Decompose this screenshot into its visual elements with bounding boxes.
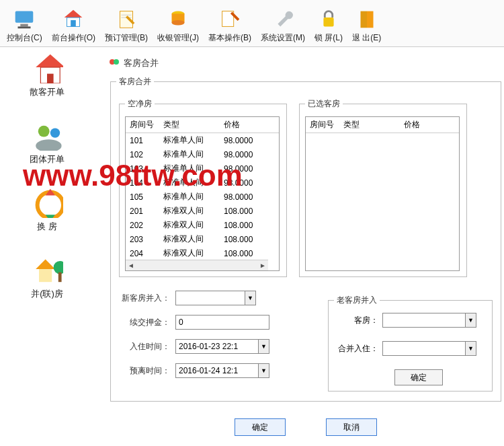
svg-rect-17 [367, 11, 374, 28]
old-room-merge-legend: 老客房并入 [334, 295, 380, 306]
col-type[interactable]: 类型 [159, 117, 220, 133]
table-row[interactable]: 101标准单人间98.0000 [126, 133, 279, 147]
toolbar-item-1[interactable]: 前台操作(O) [48, 1, 99, 45]
svg-point-23 [36, 139, 61, 151]
toolbar-item-0[interactable]: 控制台(C) [3, 1, 46, 45]
svg-rect-1 [21, 24, 28, 27]
sidebar-label: 并(联)房 [31, 288, 63, 300]
scroll-right-icon[interactable]: ► [257, 260, 268, 271]
svg-point-12 [172, 20, 185, 26]
selected-room-list[interactable]: 房间号 类型 价格 [305, 116, 460, 271]
table-row[interactable]: 104标准单人间98.0000 [126, 176, 279, 190]
vacant-room-list[interactable]: 房间号 类型 价格 101标准单人间98.0000102标准单人间98.0000… [125, 116, 280, 271]
col-price-sel[interactable]: 价格 [400, 117, 459, 133]
svg-marker-3 [65, 10, 83, 17]
svg-rect-30 [58, 272, 62, 282]
monitor-icon [11, 5, 38, 32]
svg-point-29 [54, 261, 63, 274]
house-red-icon [31, 51, 63, 83]
table-row[interactable]: 102标准单人间98.0000 [126, 147, 279, 161]
scroll-left-icon[interactable]: ◄ [126, 260, 136, 271]
panel-title-bar: 客房合并 [108, 54, 504, 72]
table-row[interactable]: 202标准双人间108.000 [126, 218, 279, 232]
toolbar-label: 退 出(E) [352, 32, 381, 44]
col-room-no-sel[interactable]: 房间号 [306, 117, 339, 133]
svg-point-22 [50, 128, 60, 137]
merge-room-label: 客房： [334, 315, 378, 326]
notepad-icon [113, 5, 140, 32]
merge-fieldset: 客房合并 空净房 房间号 类型 价格 101标准单人间98.0000102标准单… [110, 76, 501, 402]
vacant-fieldset: 空净房 房间号 类型 价格 101标准单人间98.0000102标准单人间98.… [119, 98, 287, 277]
merge-room-combo[interactable]: ▼ [382, 313, 476, 328]
cycle-icon [31, 186, 63, 218]
sidebar-item-3[interactable]: 并(联)房 [0, 253, 94, 300]
panel-title: 客房合并 [124, 57, 159, 69]
toolbar-item-2[interactable]: 预订管理(B) [101, 1, 152, 45]
sidebar-label: 换 房 [37, 221, 57, 233]
sidebar-label: 散客开单 [30, 86, 65, 98]
merge-checkin-label: 合并入住： [334, 343, 378, 355]
checkin-label: 入住时间： [116, 341, 170, 352]
merge-checkin-combo[interactable]: ▼ [382, 341, 476, 356]
sidebar-label: 团体开单 [30, 153, 65, 165]
new-room-merge-combo[interactable]: ▼ [175, 291, 256, 305]
table-row[interactable]: 105标准单人间98.0000 [126, 190, 279, 204]
table-row[interactable]: 203标准双人间108.000 [126, 232, 279, 246]
toolbar-item-7[interactable]: 退 出(E) [348, 1, 385, 45]
sidebar: 散客开单团体开单换 房并(联)房 [0, 47, 94, 446]
col-room-no[interactable]: 房间号 [126, 117, 159, 133]
chevron-down-icon[interactable]: ▼ [258, 364, 269, 377]
svg-point-32 [114, 59, 119, 65]
checkout-datetime[interactable]: 2016-01-24 12:1 ▼ [175, 363, 269, 378]
chevron-down-icon[interactable]: ▼ [465, 342, 476, 355]
svg-rect-15 [323, 17, 333, 26]
ok-button[interactable]: 确定 [235, 418, 286, 436]
svg-rect-16 [360, 11, 367, 28]
toolbar-item-6[interactable]: 锁 屏(L) [310, 1, 347, 45]
table-row[interactable]: 103标准单人间98.0000 [126, 161, 279, 176]
toolbar-label: 基本操作(B) [208, 32, 251, 44]
sidebar-item-1[interactable]: 团体开单 [0, 118, 94, 165]
form-left: 新客房并入： ▼ 续交押金： 入住时间： 2016-01-23 22:1 ▼ [116, 291, 312, 396]
selected-legend: 已选客房 [305, 98, 343, 110]
col-type-sel[interactable]: 类型 [339, 117, 400, 133]
toolbar-item-3[interactable]: 收银管理(J) [153, 1, 203, 45]
toolbar-label: 系统设置(M) [261, 32, 305, 44]
cancel-button[interactable]: 取消 [326, 418, 377, 436]
table-row[interactable]: 201标准双人间108.000 [126, 204, 279, 218]
table-row[interactable]: 204标准双人间108.000 [126, 246, 279, 260]
merge-icon [109, 57, 120, 69]
house-blue-icon [60, 5, 87, 32]
vacant-legend: 空净房 [125, 98, 155, 110]
svg-rect-28 [39, 269, 52, 282]
people-icon [31, 118, 63, 151]
checkin-datetime[interactable]: 2016-01-23 22:1 ▼ [175, 339, 269, 354]
chevron-down-icon[interactable]: ▼ [258, 340, 269, 353]
col-price[interactable]: 价格 [220, 117, 279, 133]
svg-marker-18 [36, 54, 63, 67]
merge-ok-button[interactable]: 确定 [394, 369, 443, 385]
sidebar-item-2[interactable]: 换 房 [0, 186, 94, 233]
wrench-icon [269, 5, 296, 32]
svg-marker-27 [36, 260, 55, 269]
chevron-down-icon[interactable]: ▼ [245, 291, 255, 305]
h-scrollbar[interactable]: ◄ ► [126, 260, 268, 270]
padlock-icon [315, 5, 342, 32]
svg-point-24 [38, 192, 63, 218]
deposit-input[interactable] [175, 315, 269, 330]
svg-point-21 [38, 126, 50, 137]
sidebar-item-0[interactable]: 散客开单 [0, 51, 94, 98]
chevron-down-icon[interactable]: ▼ [465, 313, 476, 327]
deposit-label: 续交押金： [116, 317, 170, 328]
pencil-doc-icon [216, 5, 243, 32]
door-icon [353, 5, 380, 32]
toolbar-item-4[interactable]: 基本操作(B) [204, 1, 255, 45]
cylinder-icon [165, 5, 192, 32]
old-room-merge-fieldset: 老客房并入 客房： ▼ 合并入住： ▼ 确定 [328, 295, 493, 392]
toolbar-item-5[interactable]: 系统设置(M) [257, 1, 309, 45]
svg-rect-20 [47, 74, 54, 83]
selected-fieldset: 已选客房 房间号 类型 价格 [299, 98, 467, 277]
main-toolbar: 控制台(C)前台操作(O)预订管理(B)收银管理(J)基本操作(B)系统设置(M… [0, 0, 504, 47]
toolbar-label: 收银管理(J) [157, 32, 199, 44]
new-room-merge-label: 新客房并入： [116, 293, 170, 304]
